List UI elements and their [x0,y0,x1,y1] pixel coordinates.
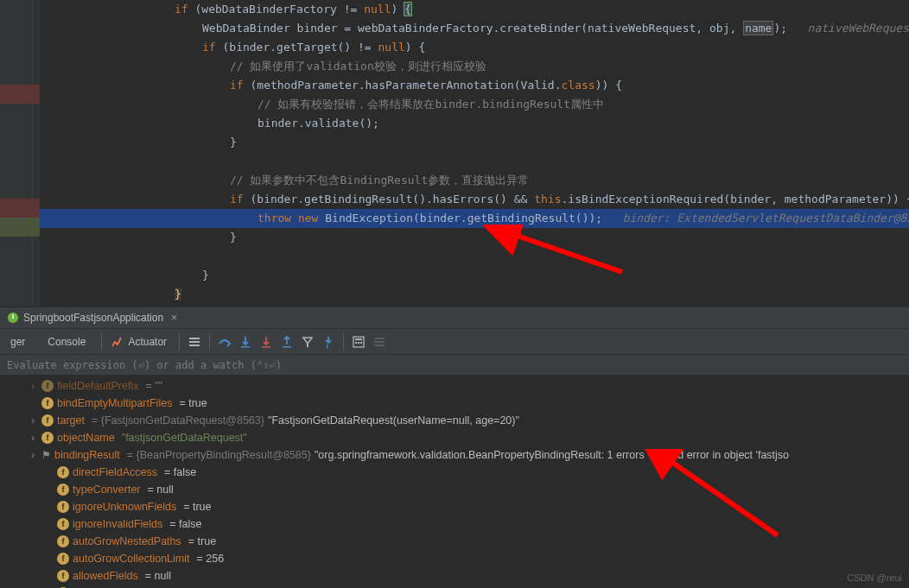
variable-name: objectName [57,429,115,446]
editor-gutter-secondary [33,0,40,307]
actuator-button[interactable] [107,332,126,351]
variable-row[interactable]: f directFieldAccess = false [7,464,909,481]
variable-row[interactable]: f allowedFields = null [7,567,909,585]
force-step-into-icon[interactable] [257,332,276,351]
svg-rect-9 [327,345,328,348]
variable-name: typeConverter [73,481,141,498]
variable-row[interactable]: f ignoreInvalidFields = false [7,515,909,533]
variable-row[interactable]: f ignoreUnknownFields = true [7,498,909,515]
svg-rect-8 [307,344,308,347]
separator [101,333,102,351]
field-icon: f [57,501,69,513]
step-into-icon[interactable] [236,332,255,351]
variable-row[interactable]: ›f target = {FastjsonGetDataRequest@8563… [7,412,909,429]
code-editor[interactable]: if (webDataBinderFactory != null) {WebDa… [0,0,909,307]
editor-gutter [0,0,33,307]
actuator-label: Actuator [128,336,174,348]
svg-rect-4 [189,345,200,346]
gutter-marker [0,85,40,104]
step-out-icon[interactable] [277,332,296,351]
svg-rect-5 [241,346,250,348]
variable-row[interactable]: f bindEmptyMultipartFiles = true [7,395,909,412]
variable-name: ignoreInvalidFields [73,515,162,533]
field-icon: f [41,432,54,444]
svg-rect-11 [355,338,362,340]
expand-arrow-icon[interactable]: › [28,377,38,395]
expand-arrow-icon[interactable]: › [28,446,38,464]
variable-row[interactable]: f disallowedFields = null [7,585,909,588]
code-line[interactable]: } [40,266,909,285]
svg-rect-14 [360,342,362,344]
code-line[interactable] [40,247,909,266]
field-icon: f [57,518,69,530]
field-icon: f [57,484,69,496]
code-line[interactable]: } [40,228,909,247]
variable-name: fieldDefaultPrefix [57,377,139,395]
variable-row[interactable]: ›f objectName "fastjsonGetDataRequest" [7,429,909,446]
debug-toolbar: ger Console Actuator [0,329,909,355]
code-line[interactable]: if (binder.getTarget() != null) { [40,38,909,57]
watermark: CSDN @reui [847,572,902,583]
field-icon: f [41,414,54,427]
threads-icon[interactable] [185,332,204,351]
variable-name: disallowedFields [73,585,152,588]
variable-name: target [57,412,85,429]
code-lines[interactable]: if (webDataBinderFactory != null) {WebDa… [40,0,909,304]
svg-rect-7 [283,346,291,348]
code-line[interactable]: // 如果有校验报错，会将结果放在binder.bindingResult属性中 [40,95,909,114]
run-config-tab[interactable]: SpringbootFastjsonApplication × [0,307,188,328]
code-line[interactable]: if (binder.getBindingResult().hasErrors(… [40,190,909,209]
gutter-marker [0,218,40,237]
code-line[interactable]: } [40,285,909,304]
code-line[interactable]: if (methodParameter.hasParameterAnnotati… [40,76,909,95]
code-line[interactable]: } [40,133,909,152]
separator [209,333,210,351]
close-icon[interactable]: × [168,312,181,324]
gutter-marker [0,199,40,218]
drop-frame-icon[interactable] [298,332,317,351]
field-icon: f [57,570,69,582]
code-line[interactable]: WebDataBinder binder = webDataBinderFact… [40,19,909,38]
variable-row[interactable]: f typeConverter = null [7,481,909,498]
field-icon: f [57,553,69,565]
expand-arrow-icon[interactable]: › [28,412,38,429]
expand-arrow-icon[interactable]: › [28,429,38,446]
eval-placeholder: Evaluate expression (⏎) or add a watch (… [7,359,282,371]
flag-icon: ⚑ [41,446,51,464]
svg-rect-2 [189,338,200,339]
variable-row[interactable]: ›⚑ bindingResult = {BeanPropertyBindingR… [7,446,909,464]
variable-name: ignoreUnknownFields [73,498,176,515]
code-line[interactable]: binder.validate(); [40,114,909,133]
variable-name: autoGrowCollectionLimit [73,550,189,567]
field-icon: f [57,466,69,478]
evaluate-expression-icon[interactable] [349,332,368,351]
debugger-tab[interactable]: ger [0,331,35,353]
run-tab-bar: SpringbootFastjsonApplication × [0,307,909,329]
evaluate-expression-bar[interactable]: Evaluate expression (⏎) or add a watch (… [0,355,909,376]
field-icon: f [41,380,54,392]
step-over-icon[interactable] [215,332,234,351]
variable-name: allowedFields [73,567,138,585]
code-line[interactable]: if (webDataBinderFactory != null) { [40,0,909,19]
variable-name: bindEmptyMultipartFiles [57,395,172,412]
variable-row[interactable]: ›f fieldDefaultPrefix = "" [7,377,909,395]
code-line[interactable]: throw new BindException(binder.getBindin… [40,209,909,228]
variables-panel[interactable]: ›f fieldDefaultPrefix = ""f bindEmptyMul… [0,376,909,588]
variable-name: autoGrowNestedPaths [73,533,181,550]
code-line[interactable] [40,152,909,171]
console-tab[interactable]: Console [37,331,96,353]
svg-rect-3 [189,341,200,343]
svg-rect-12 [355,342,357,344]
trace-icon[interactable] [370,332,389,351]
svg-rect-13 [358,342,359,344]
variable-name: directFieldAccess [73,464,157,481]
field-icon: f [57,535,69,547]
code-line[interactable]: // 如果参数中不包含BindingResult参数，直接抛出异常 [40,171,909,190]
svg-rect-6 [262,346,270,348]
variable-row[interactable]: f autoGrowCollectionLimit = 256 [7,550,909,567]
separator [179,333,180,351]
field-icon: f [41,397,54,409]
run-to-cursor-icon[interactable] [319,332,338,351]
variable-row[interactable]: f autoGrowNestedPaths = true [7,533,909,550]
code-line[interactable]: // 如果使用了validation校验，则进行相应校验 [40,57,909,76]
